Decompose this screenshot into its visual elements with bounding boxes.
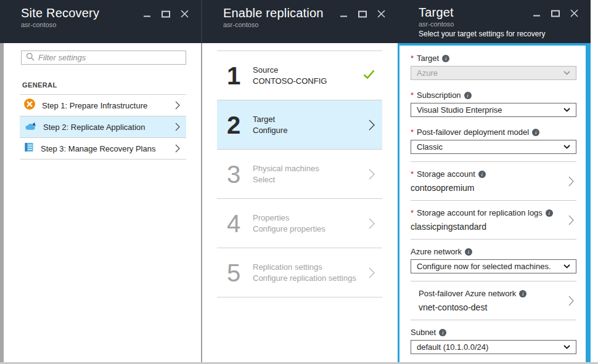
- blade-title: Site Recovery: [21, 6, 144, 20]
- storage-logs-value: classicpingstandard: [411, 222, 553, 232]
- chevron-right-icon: [369, 218, 375, 229]
- storage-logs-picker[interactable]: * Storage account for replication logs c…: [411, 208, 576, 232]
- chevron-right-icon: [568, 176, 574, 187]
- info-icon[interactable]: [464, 92, 472, 99]
- divider: [411, 320, 576, 320]
- maximize-icon[interactable]: [551, 10, 560, 17]
- info-icon[interactable]: [532, 129, 539, 136]
- chevron-right-icon: [175, 144, 180, 153]
- wizard-steps-list: 1 Source CONTOSO-CONFIG 2 Target Configu…: [217, 51, 382, 297]
- sidebar-item-manage-recovery-plans[interactable]: Step 3: Manage Recovery Plans: [20, 138, 186, 160]
- divider: [411, 239, 576, 240]
- required-marker: *: [411, 91, 414, 100]
- chevron-down-icon: [563, 264, 570, 269]
- blade-header: Site Recovery asr-contoso: [0, 0, 201, 43]
- chevron-right-icon: [568, 215, 574, 225]
- storage-account-value: contosopremium: [411, 183, 486, 193]
- replicate-cloud-icon: [24, 121, 36, 133]
- blade-subtitle: asr-contoso: [21, 21, 192, 28]
- maximize-icon[interactable]: [358, 10, 367, 18]
- target-form: * Target Azure * Subscription Visual Stu…: [398, 43, 591, 362]
- blade-header: Enable replication asr-contoso: [202, 0, 398, 43]
- subscription-field-label: * Subscription: [411, 91, 576, 100]
- step-subtitle: Configure replication settings: [253, 273, 359, 284]
- step-title: Replication settings: [253, 262, 359, 273]
- sidebar-item-label: Step 1: Prepare Infrastructure: [42, 101, 168, 110]
- wizard-step-replication-settings: 5 Replication settings Configure replica…: [217, 248, 382, 297]
- sidebar-item-label: Step 2: Replicate Application: [43, 123, 168, 132]
- azure-network-field-label: Azure network: [411, 247, 576, 256]
- info-icon[interactable]: [546, 209, 553, 217]
- required-marker: *: [411, 54, 414, 63]
- divider: [411, 281, 576, 281]
- chevron-down-icon: [563, 71, 570, 75]
- info-icon[interactable]: [519, 290, 526, 297]
- deployment-model-field-label: * Post-failover deployment model: [411, 127, 576, 137]
- step-title: Physical machines: [253, 163, 359, 174]
- step-title: Source: [253, 65, 353, 76]
- blade-site-recovery: Site Recovery asr-contoso GENERAL Step 1…: [0, 0, 201, 362]
- step-subtitle: Configure: [253, 125, 359, 136]
- target-dropdown: Azure: [411, 66, 576, 80]
- blade-title: Target: [419, 5, 533, 20]
- check-icon: [363, 70, 375, 81]
- info-icon[interactable]: [442, 55, 449, 62]
- step-subtitle: Select: [253, 174, 359, 185]
- close-icon[interactable]: [377, 10, 385, 18]
- subnet-field-label: Subnet: [411, 328, 576, 337]
- step-number: 3: [224, 162, 243, 187]
- sidebar-item-prepare-infrastructure[interactable]: Step 1: Prepare Infrastructure: [20, 95, 186, 116]
- close-icon[interactable]: [570, 9, 578, 17]
- blade-title: Enable replication: [223, 6, 340, 20]
- info-icon[interactable]: [465, 248, 472, 256]
- subscription-dropdown[interactable]: Visual Studio Enterprise: [411, 103, 576, 117]
- subnet-dropdown[interactable]: default (10.1.0.0/24): [411, 340, 576, 354]
- blade-header: Target asr-contoso Select your target se…: [398, 0, 591, 43]
- close-icon[interactable]: [181, 10, 189, 18]
- filter-settings-box: [21, 51, 186, 65]
- divider: [411, 200, 576, 201]
- wizard-step-properties: 4 Properties Configure properties: [217, 199, 382, 248]
- chevron-right-icon: [175, 123, 180, 131]
- deployment-model-dropdown[interactable]: Classic: [411, 140, 576, 154]
- storage-account-field-label: * Storage account: [411, 169, 486, 179]
- info-icon[interactable]: [439, 329, 446, 336]
- step-number: 5: [224, 261, 243, 285]
- maximize-icon[interactable]: [162, 10, 170, 18]
- chevron-right-icon: [175, 101, 180, 110]
- wizard-step-target[interactable]: 2 Target Configure: [217, 100, 382, 150]
- wizard-step-source[interactable]: 1 Source CONTOSO-CONFIG: [217, 51, 382, 100]
- step-title: Properties: [253, 212, 359, 224]
- step-number: 2: [224, 113, 243, 137]
- storage-logs-field-label: * Storage account for replication logs: [411, 208, 553, 217]
- info-icon[interactable]: [478, 171, 486, 178]
- blade-subtitle: asr-contoso: [223, 21, 389, 28]
- general-section-label: GENERAL: [22, 81, 186, 89]
- azure-network-dropdown[interactable]: Configure now for selected machines.: [411, 259, 576, 273]
- post-failover-network-picker[interactable]: Post-failover Azure network vnet-contoso…: [411, 289, 576, 312]
- chevron-right-icon: [369, 267, 375, 278]
- step-number: 1: [224, 63, 243, 88]
- wizard-step-physical-machines: 3 Physical machines Select: [217, 150, 382, 199]
- blade-enable-replication: Enable replication asr-contoso 1 Source …: [202, 0, 398, 362]
- chevron-down-icon: [563, 145, 570, 149]
- blade-content: 1 Source CONTOSO-CONFIG 2 Target Configu…: [202, 43, 398, 362]
- azure-portal-screen: Site Recovery asr-contoso GENERAL Step 1…: [0, 0, 598, 364]
- step-number: 4: [224, 211, 243, 236]
- chevron-down-icon: [563, 345, 570, 349]
- chevron-right-icon: [568, 296, 574, 306]
- minimize-icon[interactable]: [144, 10, 151, 18]
- blade-description: Select your target settings for recovery: [419, 30, 582, 38]
- filter-settings-input[interactable]: [38, 53, 181, 62]
- sidebar-item-replicate-application[interactable]: Step 2: Replicate Application: [20, 116, 186, 138]
- tools-icon: [24, 99, 35, 112]
- blade-content: GENERAL Step 1: Prepare Infrastructure S…: [0, 43, 201, 362]
- chevron-down-icon: [563, 108, 570, 112]
- minimize-icon[interactable]: [533, 10, 541, 17]
- required-marker: *: [411, 169, 414, 179]
- portal-left-edge: [0, 43, 4, 362]
- storage-account-picker[interactable]: * Storage account contosopremium: [411, 169, 576, 193]
- minimize-icon[interactable]: [340, 10, 348, 18]
- target-field-label: * Target: [411, 54, 576, 63]
- post-failover-network-field-label: Post-failover Azure network: [419, 289, 526, 298]
